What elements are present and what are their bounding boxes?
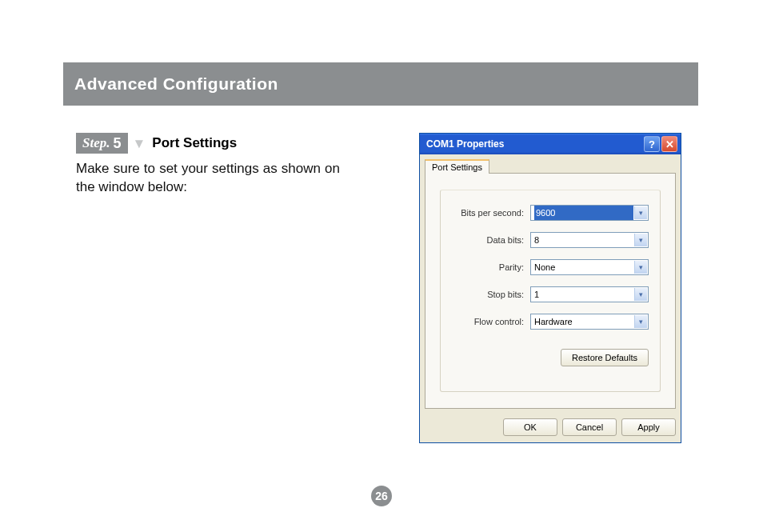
value-parity: None — [534, 262, 555, 272]
close-icon: ✕ — [665, 138, 674, 150]
step-arrow-icon: ▼ — [133, 137, 146, 150]
chevron-down-icon: ▾ — [634, 315, 647, 328]
tab-port-settings[interactable]: Port Settings — [425, 159, 489, 174]
chevron-down-icon: ▾ — [634, 234, 647, 246]
chevron-down-icon: ▾ — [634, 288, 647, 301]
row-stop-bits: Stop bits: 1 ▾ — [452, 286, 649, 302]
ok-button[interactable]: OK — [503, 418, 557, 436]
page-number: 26 — [371, 486, 392, 506]
row-bits-per-second: Bits per second: 9600 ▾ — [452, 205, 649, 221]
apply-button[interactable]: Apply — [621, 418, 676, 436]
chevron-down-icon: ▾ — [634, 261, 647, 274]
value-stop-bits: 1 — [534, 290, 539, 299]
instruction-text: Make sure to set your settings as shown … — [76, 160, 340, 197]
restore-defaults-button[interactable]: Restore Defaults — [561, 349, 649, 366]
step-badge-number: 5 — [113, 135, 121, 152]
select-parity[interactable]: None ▾ — [530, 259, 649, 275]
tab-panel: Bits per second: 9600 ▾ Data bits: 8 ▾ P… — [425, 173, 676, 409]
tab-strip: Port Settings — [425, 159, 676, 174]
dialog-button-bar: OK Cancel Apply — [425, 418, 676, 436]
value-flow-control: Hardware — [534, 317, 573, 326]
page-number-value: 26 — [375, 490, 388, 502]
row-flow-control: Flow control: Hardware ▾ — [452, 314, 649, 330]
select-bits-per-second[interactable]: 9600 ▾ — [530, 205, 649, 221]
chevron-down-icon: ▾ — [634, 206, 647, 219]
value-data-bits: 8 — [534, 235, 539, 245]
left-column: Step. 5 ▼ Port Settings Make sure to set… — [76, 133, 340, 197]
label-flow-control: Flow control: — [452, 317, 530, 326]
value-bits-per-second: 9600 — [534, 206, 633, 220]
select-flow-control[interactable]: Hardware ▾ — [530, 314, 649, 330]
step-badge-prefix: Step. — [82, 135, 110, 151]
label-parity: Parity: — [452, 262, 530, 272]
step-heading: Step. 5 ▼ Port Settings — [76, 133, 340, 154]
label-data-bits: Data bits: — [452, 235, 530, 245]
select-stop-bits[interactable]: 1 ▾ — [530, 286, 649, 302]
restore-row: Restore Defaults — [452, 349, 649, 366]
step-badge: Step. 5 — [76, 133, 128, 154]
settings-group: Bits per second: 9600 ▾ Data bits: 8 ▾ P… — [440, 190, 661, 392]
label-stop-bits: Stop bits: — [452, 290, 530, 299]
close-button[interactable]: ✕ — [661, 136, 677, 152]
section-title: Advanced Configuration — [74, 74, 278, 94]
properties-dialog: COM1 Properties ? ✕ Port Settings Bits p… — [419, 133, 681, 443]
help-button[interactable]: ? — [644, 136, 660, 152]
row-parity: Parity: None ▾ — [452, 259, 649, 275]
dialog-title: COM1 Properties — [426, 138, 642, 150]
step-title: Port Settings — [152, 135, 237, 151]
cancel-button[interactable]: Cancel — [562, 418, 617, 436]
section-header: Advanced Configuration — [63, 62, 698, 106]
help-icon: ? — [649, 138, 655, 150]
dialog-titlebar[interactable]: COM1 Properties ? ✕ — [420, 134, 681, 154]
select-data-bits[interactable]: 8 ▾ — [530, 232, 649, 248]
row-data-bits: Data bits: 8 ▾ — [452, 232, 649, 248]
label-bits-per-second: Bits per second: — [452, 208, 530, 218]
